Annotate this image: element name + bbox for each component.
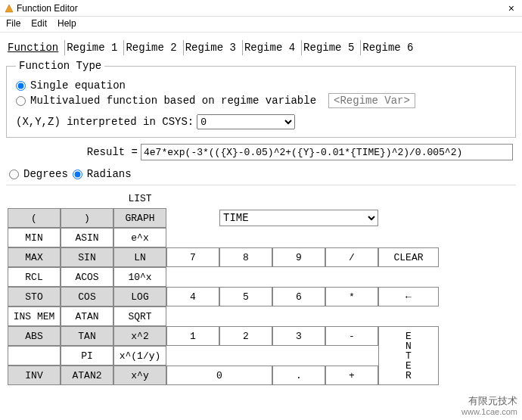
tab-regime-1[interactable]: Regime 1 bbox=[64, 40, 119, 55]
graph-button[interactable]: GRAPH bbox=[113, 208, 166, 228]
tab-function[interactable]: Function bbox=[6, 40, 60, 55]
menu-edit[interactable]: Edit bbox=[31, 18, 47, 29]
tab-strip: Function Regime 1 Regime 2 Regime 3 Regi… bbox=[6, 40, 516, 55]
result-label: Result = bbox=[9, 146, 138, 158]
variable-select-cell: TIME bbox=[219, 208, 378, 228]
insmem-label: INS MEM bbox=[8, 306, 61, 326]
csys-select[interactable]: 0 bbox=[197, 114, 295, 129]
tab-regime-6[interactable]: Regime 6 bbox=[360, 40, 415, 55]
xy-button[interactable]: x^y bbox=[113, 366, 166, 385]
digit-2-button[interactable]: 2 bbox=[219, 326, 272, 346]
xy1-label: x^(1/y) bbox=[113, 346, 166, 366]
digit-1-button[interactable]: 1 bbox=[166, 326, 219, 346]
atan-label: ATAN bbox=[61, 306, 113, 326]
tab-regime-3[interactable]: Regime 3 bbox=[183, 40, 238, 55]
add-button[interactable]: + bbox=[325, 366, 378, 385]
keypad: LIST ( ) GRAPH TIME MIN ASIN e^x bbox=[6, 185, 516, 387]
tab-regime-4[interactable]: Regime 4 bbox=[242, 40, 297, 55]
max-button[interactable]: MAX bbox=[8, 247, 61, 267]
radio-multivalued[interactable] bbox=[16, 96, 26, 106]
blank-label bbox=[8, 346, 61, 366]
enter-button[interactable]: E N T E R bbox=[378, 326, 439, 385]
function-type-group: Function Type Single equation Multivalue… bbox=[6, 60, 516, 138]
window-title: Function Editor bbox=[17, 3, 502, 14]
inv-button[interactable]: INV bbox=[8, 366, 61, 385]
sqrt-label: SQRT bbox=[113, 306, 166, 326]
asin-label: ASIN bbox=[61, 228, 113, 247]
divide-button[interactable]: / bbox=[325, 247, 378, 267]
radio-radians[interactable] bbox=[73, 170, 82, 179]
title-bar: Function Editor × bbox=[0, 0, 522, 17]
menu-file[interactable]: File bbox=[6, 18, 20, 29]
csys-label: (X,Y,Z) interpreted in CSYS: bbox=[16, 116, 194, 128]
pi-label: PI bbox=[61, 346, 113, 366]
abs-button[interactable]: ABS bbox=[8, 326, 61, 346]
tenx-label: 10^x bbox=[113, 267, 166, 287]
list-label: LIST bbox=[113, 188, 166, 208]
degrees-label: Degrees bbox=[23, 168, 68, 180]
tab-regime-2[interactable]: Regime 2 bbox=[123, 40, 178, 55]
radians-label: Radians bbox=[87, 168, 132, 180]
digit-4-button[interactable]: 4 bbox=[166, 287, 219, 306]
menu-help[interactable]: Help bbox=[57, 18, 76, 29]
app-icon bbox=[5, 4, 14, 13]
digit-7-button[interactable]: 7 bbox=[166, 247, 219, 267]
digit-6-button[interactable]: 6 bbox=[272, 287, 325, 306]
cos-button[interactable]: COS bbox=[61, 287, 113, 306]
digit-9-button[interactable]: 9 bbox=[272, 247, 325, 267]
radio-single-equation[interactable] bbox=[16, 81, 26, 91]
rparen-button[interactable]: ) bbox=[61, 208, 113, 228]
digit-0-button[interactable]: 0 bbox=[166, 366, 272, 385]
digit-3-button[interactable]: 3 bbox=[272, 326, 325, 346]
sto-button[interactable]: STO bbox=[8, 287, 61, 306]
menu-bar: File Edit Help bbox=[0, 17, 522, 33]
watermark: 有限元技术 www.1cae.com bbox=[461, 395, 517, 417]
backspace-button[interactable]: ← bbox=[378, 287, 439, 306]
xsquared-button[interactable]: x^2 bbox=[113, 326, 166, 346]
sin-button[interactable]: SIN bbox=[61, 247, 113, 267]
variable-select[interactable]: TIME bbox=[219, 210, 378, 226]
tab-regime-5[interactable]: Regime 5 bbox=[301, 40, 356, 55]
min-label: MIN bbox=[8, 228, 61, 247]
radio-single-label: Single equation bbox=[30, 79, 126, 92]
rcl-label: RCL bbox=[8, 267, 61, 287]
close-button[interactable]: × bbox=[505, 2, 517, 14]
radio-multi-label: Multivalued function based on regime var… bbox=[30, 95, 316, 107]
tan-button[interactable]: TAN bbox=[61, 326, 113, 346]
function-type-legend: Function Type bbox=[16, 60, 104, 72]
regime-var-field: <Regime Var> bbox=[328, 93, 415, 108]
ex-label: e^x bbox=[113, 228, 166, 247]
ln-button[interactable]: LN bbox=[113, 247, 166, 267]
multiply-button[interactable]: * bbox=[325, 287, 378, 306]
acos-label: ACOS bbox=[61, 267, 113, 287]
result-field[interactable] bbox=[141, 144, 513, 160]
atan2-button[interactable]: ATAN2 bbox=[61, 366, 113, 385]
clear-button[interactable]: CLEAR bbox=[378, 247, 439, 267]
radio-degrees[interactable] bbox=[9, 170, 19, 179]
dot-button[interactable]: . bbox=[272, 366, 325, 385]
lparen-button[interactable]: ( bbox=[8, 208, 61, 228]
log-button[interactable]: LOG bbox=[113, 287, 166, 306]
digit-5-button[interactable]: 5 bbox=[219, 287, 272, 306]
subtract-button[interactable]: - bbox=[325, 326, 378, 346]
digit-8-button[interactable]: 8 bbox=[219, 247, 272, 267]
